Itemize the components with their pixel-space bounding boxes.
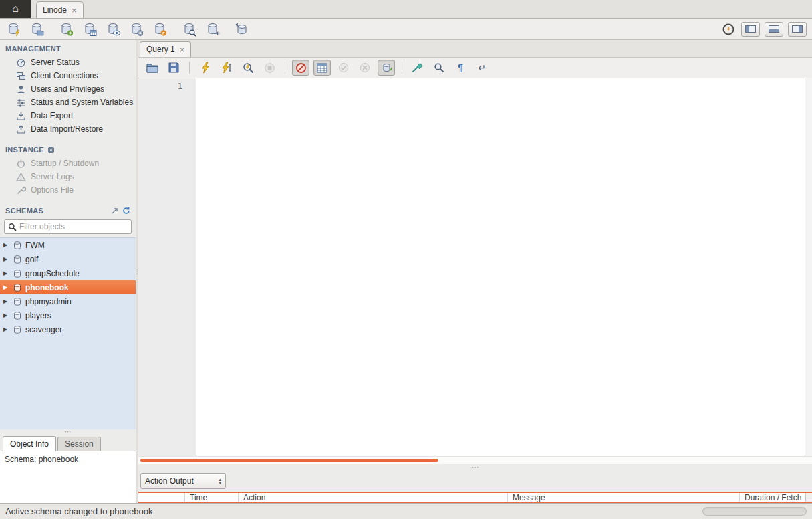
commit-icon[interactable] bbox=[335, 60, 352, 76]
refresh-schemas-icon[interactable] bbox=[122, 207, 130, 215]
toggle-invisible-characters-icon[interactable]: ¶ bbox=[452, 60, 469, 76]
search-table-data-icon[interactable] bbox=[181, 21, 197, 37]
object-info-panel: Schema: phonebook bbox=[0, 451, 136, 503]
connection-tab-label: Linode bbox=[43, 5, 67, 15]
stop-query-icon[interactable] bbox=[261, 60, 278, 76]
create-view-icon[interactable] bbox=[105, 21, 121, 37]
reconnect-dbms-icon[interactable] bbox=[205, 21, 221, 37]
editor-horizontal-scrollbar[interactable] bbox=[138, 456, 812, 464]
column-status bbox=[138, 493, 185, 502]
toggle-stop-on-error-icon[interactable] bbox=[292, 60, 309, 76]
rollback-icon[interactable] bbox=[356, 60, 374, 76]
sidebar-item-server-logs[interactable]: Server Logs bbox=[0, 170, 136, 183]
expand-schemas-icon[interactable] bbox=[111, 207, 118, 215]
close-tab-icon[interactable]: × bbox=[72, 6, 77, 15]
sql-editor-surface[interactable] bbox=[196, 78, 805, 456]
column-duration-fetch: Duration / Fetch bbox=[740, 493, 805, 502]
search-icon bbox=[8, 223, 17, 231]
editor-vertical-scrollbar[interactable] bbox=[805, 78, 812, 456]
schema-name: groupSchedule bbox=[25, 269, 80, 278]
schema-icon bbox=[13, 241, 22, 250]
toggle-autocommit-icon[interactable] bbox=[378, 60, 395, 76]
home-tab[interactable]: ⌂ bbox=[0, 0, 31, 18]
management-section-title: MANAGEMENT bbox=[0, 40, 136, 56]
tab-query-1[interactable]: Query 1 × bbox=[140, 41, 191, 57]
sidebar-item-users-privileges[interactable]: Users and Privileges bbox=[0, 82, 136, 96]
toggle-word-wrap-icon[interactable]: ↵ bbox=[473, 60, 491, 76]
schema-row-scavenger[interactable]: ▶ scavenger bbox=[0, 322, 136, 336]
toggle-secondary-sidebar-button[interactable] bbox=[788, 22, 807, 37]
sidebar-item-data-import-restore[interactable]: Data Import/Restore bbox=[0, 122, 136, 136]
scrollbar-thumb[interactable] bbox=[140, 459, 438, 462]
create-procedure-icon[interactable] bbox=[128, 21, 144, 37]
manage-connections-icon[interactable] bbox=[234, 21, 250, 37]
schema-row-golf[interactable]: ▶ golf bbox=[0, 252, 136, 266]
schema-row-phonebook[interactable]: ▶ phonebook bbox=[0, 280, 136, 294]
connection-tab-linode[interactable]: Linode × bbox=[36, 1, 84, 18]
schema-list: ▶ FWM ▶ golf ▶ groupSchedule ▶ p bbox=[0, 237, 136, 429]
execute-query-icon[interactable] bbox=[196, 60, 214, 76]
sql-editor-toolbar: ¶ ↵ bbox=[138, 58, 812, 78]
sidebar-panel-icon bbox=[745, 25, 756, 33]
create-function-icon[interactable] bbox=[152, 21, 168, 37]
toggle-limit-rows-icon[interactable] bbox=[313, 60, 331, 76]
find-icon[interactable] bbox=[430, 60, 448, 76]
expand-arrow-icon[interactable]: ▶ bbox=[3, 326, 9, 332]
sidebar: MANAGEMENT Server Status Client Connecti… bbox=[0, 40, 136, 503]
explain-query-icon[interactable] bbox=[239, 60, 257, 76]
create-schema-icon[interactable] bbox=[58, 21, 74, 37]
output-view-select[interactable]: Action Output ▴ ▾ bbox=[140, 473, 226, 489]
home-icon: ⌂ bbox=[12, 3, 19, 15]
sidebar-item-startup-shutdown[interactable]: Startup / Shutdown bbox=[0, 157, 136, 170]
output-splitter[interactable]: ⋯ bbox=[138, 464, 812, 470]
sidebar-item-label: Data Import/Restore bbox=[31, 124, 103, 134]
status-indicator-icon[interactable] bbox=[720, 21, 736, 37]
open-script-icon[interactable] bbox=[144, 60, 161, 76]
toolbar-group-create bbox=[58, 21, 168, 37]
wrench-icon bbox=[16, 185, 26, 195]
schema-name: players bbox=[25, 311, 51, 320]
execute-current-statement-icon[interactable] bbox=[218, 60, 235, 76]
sidebar-item-data-export[interactable]: Data Export bbox=[0, 109, 136, 122]
close-query-tab-icon[interactable]: × bbox=[180, 45, 185, 55]
expand-arrow-icon[interactable]: ▶ bbox=[3, 270, 9, 276]
expand-arrow-icon[interactable]: ▶ bbox=[3, 284, 9, 290]
tab-label: Object Info bbox=[10, 439, 49, 449]
info-panel-splitter[interactable]: ⋯ bbox=[0, 429, 136, 435]
object-info-text: Schema: phonebook bbox=[5, 455, 78, 464]
tab-object-info[interactable]: Object Info bbox=[3, 436, 56, 451]
new-query-tab-icon[interactable] bbox=[5, 21, 21, 37]
schema-icon bbox=[13, 283, 22, 292]
sidebar-item-label: Server Status bbox=[31, 58, 80, 67]
sliders-icon bbox=[16, 98, 26, 108]
expand-arrow-icon[interactable]: ▶ bbox=[3, 298, 9, 304]
sidebar-item-status-system-variables[interactable]: Status and System Variables bbox=[0, 96, 136, 109]
beautify-sql-icon[interactable] bbox=[409, 60, 426, 76]
schema-row-phpmyadmin[interactable]: ▶ phpmyadmin bbox=[0, 294, 136, 308]
sidebar-item-client-connections[interactable]: Client Connections bbox=[0, 69, 136, 82]
schema-icon bbox=[13, 297, 22, 306]
open-sql-script-icon[interactable] bbox=[29, 21, 45, 37]
expand-arrow-icon[interactable]: ▶ bbox=[3, 242, 9, 248]
sidebar-item-server-status[interactable]: Server Status bbox=[0, 56, 136, 69]
schema-filter-input[interactable] bbox=[19, 222, 128, 231]
schema-name: golf bbox=[25, 255, 38, 264]
toggle-output-area-button[interactable] bbox=[765, 22, 783, 37]
save-script-icon[interactable] bbox=[165, 60, 182, 76]
schema-row-groupschedule[interactable]: ▶ groupSchedule bbox=[0, 266, 136, 280]
schema-row-fwm[interactable]: ▶ FWM bbox=[0, 238, 136, 252]
expand-arrow-icon[interactable]: ▶ bbox=[3, 256, 9, 262]
sidebar-item-options-file[interactable]: Options File bbox=[0, 183, 136, 197]
toggle-sidebar-button[interactable] bbox=[741, 22, 760, 37]
schema-row-players[interactable]: ▶ players bbox=[0, 308, 136, 322]
toolbar-group-search bbox=[181, 21, 221, 37]
tab-session[interactable]: Session bbox=[57, 437, 101, 451]
sidebar-item-label: Options File bbox=[31, 185, 74, 195]
right-panel-icon bbox=[792, 25, 803, 33]
column-action: Action bbox=[239, 493, 508, 502]
expand-arrow-icon[interactable]: ▶ bbox=[3, 312, 9, 318]
schemas-title-label: SCHEMAS bbox=[5, 207, 43, 215]
tab-label: Session bbox=[65, 439, 94, 449]
create-table-icon[interactable] bbox=[82, 21, 98, 37]
sql-editor: 1 bbox=[138, 78, 812, 456]
